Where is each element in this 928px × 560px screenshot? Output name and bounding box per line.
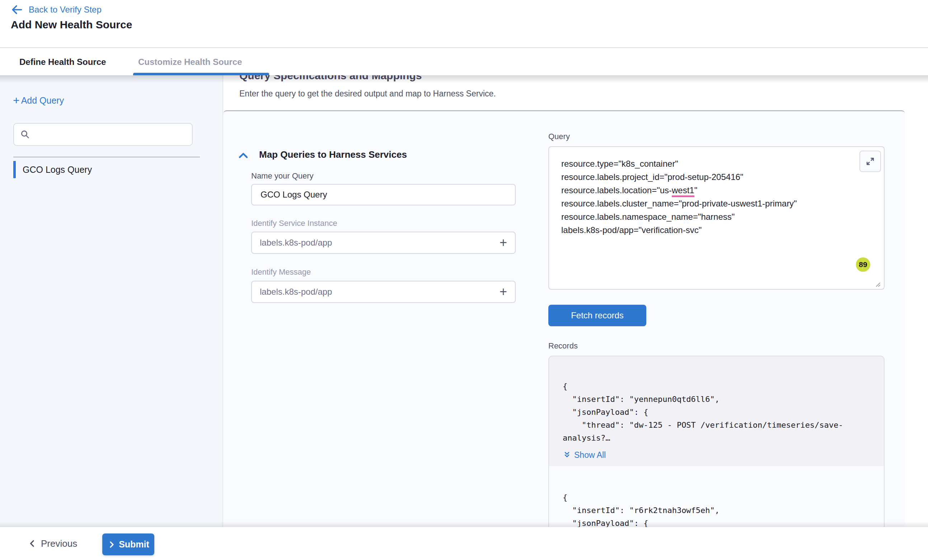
identify-message-value: labels.k8s-pod/app	[260, 287, 499, 297]
query-search-input[interactable]	[35, 124, 192, 145]
record-json-line: "jsonPayload": {	[563, 406, 870, 419]
previous-label: Previous	[41, 538, 77, 549]
show-all-label: Show All	[574, 449, 606, 461]
plus-icon: +	[13, 96, 20, 105]
record-json-line: "jsonPayload": {	[563, 517, 870, 527]
textarea-resize-handle[interactable]	[874, 280, 881, 288]
double-chevron-down-icon	[563, 450, 571, 459]
query-line: resource.labels.cluster_name="prod-priva…	[561, 197, 872, 210]
query-line: resource.labels.namespace_name="harness"	[561, 210, 872, 223]
records-label: Records	[548, 341, 578, 351]
sidebar-item-gco-logs-query[interactable]: GCO Logs Query	[13, 161, 200, 178]
identify-message-field[interactable]: labels.k8s-pod/app +	[251, 281, 516, 303]
identify-message-label: Identify Message	[251, 268, 311, 277]
expand-icon	[865, 156, 876, 167]
active-tab-underline	[133, 73, 269, 75]
back-link-label: Back to Verify Step	[29, 5, 102, 15]
search-icon	[20, 129, 31, 140]
query-line: resource.type="k8s_container"	[561, 157, 872, 170]
query-search-box	[13, 123, 193, 146]
tab-define-health-source[interactable]: Define Health Source	[19, 48, 106, 76]
tab-customize-health-source[interactable]: Customize Health Source	[138, 48, 242, 76]
chevron-right-icon	[107, 540, 116, 549]
selected-indicator-bar	[13, 161, 16, 178]
fetch-records-button[interactable]: Fetch records	[548, 305, 646, 326]
plus-icon[interactable]: +	[499, 236, 507, 249]
query-textarea[interactable]: resource.type="k8s_container" resource.l…	[548, 146, 885, 290]
chevron-left-icon	[28, 539, 37, 548]
record-json-line: "insertId": "r6rk2tnah3owf5eh",	[563, 504, 870, 517]
spellcheck-marked-text: west1	[672, 186, 694, 197]
expand-query-button[interactable]	[859, 151, 881, 172]
records-panel: { "insertId": "yennepun0qtd6ll6", "jsonP…	[548, 356, 885, 527]
page-header: Back to Verify Step Add New Health Sourc…	[0, 0, 928, 47]
wizard-footer: Previous Submit	[0, 527, 928, 560]
record-json-line: "insertId": "yennepun0qtd6ll6",	[563, 393, 870, 406]
chevron-up-icon[interactable]	[237, 150, 250, 161]
service-instance-value: labels.k8s-pod/app	[260, 238, 499, 248]
content-area: Query Specifications and Mappings Enter …	[0, 75, 928, 527]
health-source-tabbar: Define Health Source Customize Health So…	[0, 47, 928, 75]
query-sidebar: + Add Query GCO Logs Query	[0, 75, 223, 527]
record-item: { "insertId": "yennepun0qtd6ll6", "jsonP…	[549, 356, 884, 466]
query-mapping-card: Map Queries to Harness Services Name you…	[224, 110, 905, 527]
record-json-line: "thread": "dw-125 - POST /verification/t…	[563, 419, 870, 432]
query-name-input[interactable]	[251, 184, 516, 205]
query-item-label: GCO Logs Query	[23, 164, 92, 175]
service-instance-field[interactable]: labels.k8s-pod/app +	[251, 231, 516, 254]
query-line: resource.labels.location="us-west1"	[561, 184, 872, 197]
submit-button[interactable]: Submit	[102, 534, 154, 555]
section-heading: Query Specifications and Mappings	[240, 75, 422, 82]
add-health-source-screen: Back to Verify Step Add New Health Sourc…	[0, 0, 928, 560]
page-title: Add New Health Source	[11, 19, 132, 31]
query-line: resource.labels.project_id="prod-setup-2…	[561, 170, 872, 184]
plus-icon[interactable]: +	[499, 285, 507, 298]
submit-label: Submit	[119, 539, 149, 549]
service-instance-label: Identify Service Instance	[251, 219, 337, 228]
add-query-button[interactable]: + Add Query	[13, 95, 64, 106]
back-arrow-icon	[10, 3, 24, 17]
add-query-label: Add Query	[21, 95, 64, 106]
previous-button[interactable]: Previous	[28, 527, 77, 560]
sidebar-divider	[13, 157, 200, 157]
record-json-line: {	[563, 380, 870, 393]
back-to-verify-step-link[interactable]: Back to Verify Step	[10, 3, 102, 17]
name-query-label: Name your Query	[251, 171, 314, 181]
map-queries-section-title: Map Queries to Harness Services	[259, 149, 407, 160]
query-line: labels.k8s-pod/app="verification-svc"	[561, 223, 872, 237]
char-count-badge: 89	[856, 257, 870, 272]
record-json-line: analysis?…	[563, 432, 870, 444]
section-subheading: Enter the query to get the desired outpu…	[240, 89, 496, 99]
query-label: Query	[548, 132, 570, 141]
show-all-link[interactable]: Show All	[563, 449, 870, 461]
record-item: { "insertId": "r6rk2tnah3owf5eh", "jsonP…	[549, 466, 884, 527]
record-json-line: {	[563, 491, 870, 504]
